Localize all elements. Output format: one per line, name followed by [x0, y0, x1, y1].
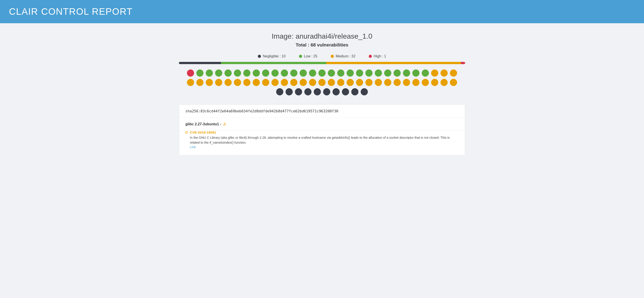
progress-segment-medium	[326, 62, 461, 64]
progress-segment-low	[221, 62, 326, 64]
package-name-text: glibc 2.27-3ubuntu1 -	[185, 122, 221, 126]
vuln-dot	[309, 69, 316, 77]
vuln-dot	[300, 79, 307, 86]
vuln-dot	[243, 79, 250, 86]
vuln-dot	[272, 69, 278, 77]
vulnerability-dots	[179, 69, 465, 95]
vuln-dot	[351, 88, 358, 95]
sha-hash: sha256:83c6cd44f2e64a69beb634fe2d8ddfde9…	[179, 105, 465, 118]
vuln-dot	[253, 79, 260, 86]
cve-section: CVE-2018-19591 In the GNU C Library (aka…	[179, 130, 465, 155]
vuln-dot	[290, 79, 298, 86]
vuln-dot	[318, 79, 326, 86]
vuln-dot	[290, 69, 298, 77]
legend-label-negligible: Negligible : 10	[263, 54, 285, 58]
vuln-dot	[262, 69, 269, 77]
vuln-dot	[431, 79, 438, 86]
vuln-dot	[328, 79, 335, 86]
vuln-dot	[384, 69, 391, 77]
vuln-dot	[356, 69, 363, 77]
vuln-dot	[206, 69, 213, 77]
image-section: Image: anuradhai4i/release_1.0 Total : 6…	[179, 32, 465, 47]
vuln-dot	[309, 79, 316, 86]
vuln-dot	[375, 69, 382, 77]
vuln-dot	[187, 79, 194, 86]
vuln-dot	[342, 88, 349, 95]
cve-item: CVE-2018-19591 In the GNU C Library (aka…	[185, 130, 459, 149]
cve-bullet-circle	[185, 131, 188, 134]
total-vulnerabilities: Total : 68 vulnerabilities	[179, 42, 465, 47]
vuln-dot	[412, 79, 420, 86]
package-row: glibc 2.27-3ubuntu1 - ⚠	[179, 118, 465, 130]
vuln-dot	[243, 69, 250, 77]
cve-id-link[interactable]: CVE-2018-19591	[190, 130, 216, 134]
package-name: glibc 2.27-3ubuntu1 - ⚠	[185, 122, 459, 126]
vuln-dot	[431, 69, 438, 77]
vuln-dot	[375, 79, 382, 86]
vuln-dot	[224, 69, 232, 77]
vuln-dot	[394, 69, 401, 77]
legend-dot-low	[299, 55, 302, 58]
legend-dot-negligible	[258, 55, 261, 58]
legend-item-medium: Medium : 32	[331, 54, 355, 58]
progress-segment-negligible	[179, 62, 221, 64]
legend-item-low: Low : 25	[299, 54, 317, 58]
vuln-dot	[440, 69, 448, 77]
vuln-dot	[196, 69, 204, 77]
vulnerability-legend: Negligible : 10Low : 25Medium : 32High :…	[179, 54, 465, 58]
vuln-dot	[262, 79, 269, 86]
vuln-dot	[234, 69, 241, 77]
vuln-dot	[403, 69, 410, 77]
vuln-dot	[412, 69, 420, 77]
header: CLAIR CONTROL REPORT	[0, 0, 644, 23]
vuln-dot	[422, 69, 429, 77]
vuln-dot	[304, 88, 312, 95]
vuln-dot	[215, 69, 222, 77]
vuln-dot	[215, 79, 222, 86]
vuln-dot	[366, 79, 372, 86]
legend-label-medium: Medium : 32	[336, 54, 355, 58]
vuln-dot	[332, 88, 340, 95]
vuln-dot	[187, 69, 194, 77]
vuln-dot	[337, 79, 344, 86]
vuln-dot	[394, 79, 401, 86]
vuln-dot	[300, 69, 307, 77]
vuln-dot	[224, 79, 232, 86]
vuln-dot	[366, 69, 372, 77]
vuln-dot	[281, 69, 288, 77]
progress-segment-high	[461, 62, 465, 64]
vuln-dot	[328, 69, 335, 77]
vuln-dot	[206, 79, 213, 86]
cve-ref-link[interactable]: Link	[190, 145, 196, 149]
vuln-dot	[253, 69, 260, 77]
progress-bar	[179, 62, 465, 64]
vuln-dot	[286, 88, 293, 95]
legend-item-high: High : 1	[369, 54, 386, 58]
vuln-dot	[196, 79, 204, 86]
vuln-dot	[295, 88, 302, 95]
vuln-dot	[440, 79, 448, 86]
vuln-dot	[356, 79, 363, 86]
vuln-dot	[276, 88, 283, 95]
vulnerability-card: sha256:83c6cd44f2e64a69beb634fe2d8ddfde9…	[179, 104, 465, 155]
vuln-dot	[346, 69, 354, 77]
vuln-dot	[450, 69, 457, 77]
legend-dot-medium	[331, 55, 334, 58]
vuln-dot	[272, 79, 278, 86]
warning-icon: ⚠	[223, 122, 226, 126]
cve-content: CVE-2018-19591 In the GNU C Library (aka…	[190, 130, 459, 149]
vuln-dot	[361, 88, 368, 95]
legend-item-negligible: Negligible : 10	[258, 54, 285, 58]
vuln-dot	[234, 79, 241, 86]
vuln-dot	[403, 79, 410, 86]
page-title: CLAIR CONTROL REPORT	[9, 6, 635, 17]
vuln-dot	[318, 69, 326, 77]
vuln-dot	[314, 88, 321, 95]
vuln-dot	[450, 79, 457, 86]
cve-description: In the GNU C Library (aka glibc or libc6…	[190, 135, 459, 145]
image-title: Image: anuradhai4i/release_1.0	[179, 32, 465, 40]
vuln-dot	[346, 79, 354, 86]
vuln-dot	[281, 79, 288, 86]
main-content: Image: anuradhai4i/release_1.0 Total : 6…	[166, 23, 478, 164]
legend-label-high: High : 1	[374, 54, 386, 58]
